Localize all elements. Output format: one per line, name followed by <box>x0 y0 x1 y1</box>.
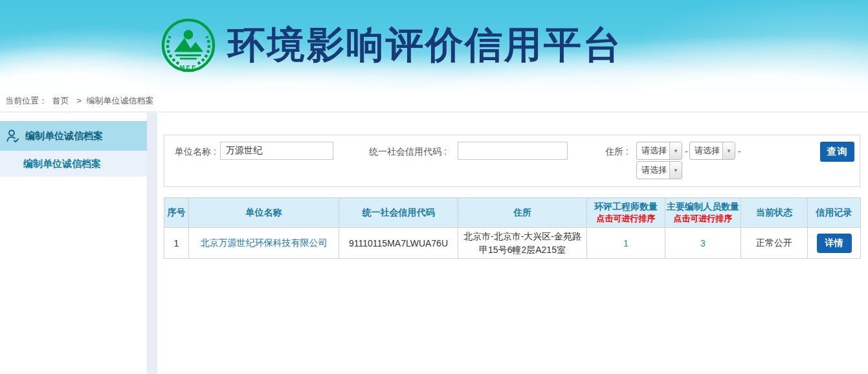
breadcrumb-prefix: 当前位置： <box>5 96 47 105</box>
sidebar-subitem-label: 编制单位诚信档案 <box>23 158 101 170</box>
table-row: 1 北京万源世纪环保科技有限公司 91110115MA7LWUA76U 北京市-… <box>164 228 861 259</box>
breadcrumb-home-link[interactable]: 首页 <box>52 96 69 105</box>
cell-address: 北京市-北京市-大兴区-金苑路甲15号6幢2层A215室 <box>458 228 587 259</box>
cell-status: 正常公开 <box>741 228 808 259</box>
column-header-staff-count-label: 主要编制人员数量 <box>667 201 739 212</box>
address-label: 住所 : <box>605 142 629 160</box>
results-table: 序号 单位名称 统一社会信用代码 住所 环评工程师数量 点击可进行排序 主要编制… <box>164 197 861 259</box>
column-header-engineer-count-label: 环评工程师数量 <box>594 201 658 212</box>
cell-index: 1 <box>164 228 189 259</box>
company-link[interactable]: 北京万源世纪环保科技有限公司 <box>201 237 328 248</box>
sidebar-item-unit-credit-archive[interactable]: 编制单位诚信档案 <box>0 121 147 151</box>
address-city-select[interactable]: 请选择 ▼ <box>689 142 735 160</box>
column-header-status: 当前状态 <box>741 198 808 228</box>
user-check-icon <box>5 128 21 144</box>
staff-count-link[interactable]: 3 <box>700 238 706 248</box>
unit-name-input[interactable] <box>220 142 333 160</box>
search-form: 单位名称 : 统一社会信用代码 : 住所 : 请选择 ▼ - 请选择 ▼ - 请… <box>164 135 860 187</box>
mee-logo: MEE <box>161 17 216 73</box>
address-district-select[interactable]: 请选择 ▼ <box>636 161 682 179</box>
credit-code-input[interactable] <box>458 142 568 160</box>
address-city-select-value: 请选择 <box>690 142 722 159</box>
address-dash-1: - <box>685 142 688 160</box>
column-header-staff-count[interactable]: 主要编制人员数量 点击可进行排序 <box>665 198 741 228</box>
sidebar-divider <box>147 113 157 374</box>
site-title: 环境影响评价信用平台 <box>228 20 623 71</box>
svg-text:MEE: MEE <box>180 63 197 71</box>
main-content: 单位名称 : 统一社会信用代码 : 住所 : 请选择 ▼ - 请选择 ▼ - 请… <box>157 113 868 374</box>
site-header: MEE 环境影响评价信用平台 <box>0 0 868 91</box>
sidebar-item-label: 编制单位诚信档案 <box>25 130 103 142</box>
credit-code-label: 统一社会信用代码 : <box>369 142 447 160</box>
query-button[interactable]: 查询 <box>820 142 854 162</box>
engineer-count-link[interactable]: 1 <box>623 238 629 248</box>
sidebar: 编制单位诚信档案 编制单位诚信档案 <box>0 113 147 374</box>
column-header-company: 单位名称 <box>189 198 339 228</box>
column-header-engineer-count[interactable]: 环评工程师数量 点击可进行排序 <box>587 198 665 228</box>
breadcrumb-current: 编制单位诚信档案 <box>86 96 153 105</box>
sort-hint: 点击可进行排序 <box>587 213 665 225</box>
breadcrumb-separator: > <box>76 96 82 105</box>
column-header-credit-code: 统一社会信用代码 <box>339 198 458 228</box>
mee-logo-emblem: MEE <box>161 17 216 73</box>
chevron-down-icon: ▼ <box>722 142 735 159</box>
unit-name-label: 单位名称 : <box>175 142 216 160</box>
chevron-down-icon: ▼ <box>669 142 682 159</box>
address-province-select[interactable]: 请选择 ▼ <box>636 142 682 160</box>
address-dash-2: - <box>738 142 741 160</box>
sidebar-subitem-unit-credit-archive[interactable]: 编制单位诚信档案 <box>0 151 147 177</box>
chevron-down-icon: ▼ <box>669 162 682 179</box>
column-header-address: 住所 <box>458 198 587 228</box>
column-header-credit-record: 信用记录 <box>808 198 861 228</box>
column-header-index: 序号 <box>164 198 189 228</box>
page-body: 编制单位诚信档案 编制单位诚信档案 单位名称 : 统一社会信用代码 : 住所 :… <box>0 113 868 374</box>
cell-credit-code: 91110115MA7LWUA76U <box>339 228 458 259</box>
address-district-select-value: 请选择 <box>637 162 669 179</box>
sort-hint: 点击可进行排序 <box>665 213 740 225</box>
table-header-row: 序号 单位名称 统一社会信用代码 住所 环评工程师数量 点击可进行排序 主要编制… <box>164 198 861 228</box>
detail-button[interactable]: 详情 <box>817 234 852 253</box>
address-province-select-value: 请选择 <box>637 142 669 159</box>
breadcrumb: 当前位置： 首页 > 编制单位诚信档案 <box>0 91 868 113</box>
